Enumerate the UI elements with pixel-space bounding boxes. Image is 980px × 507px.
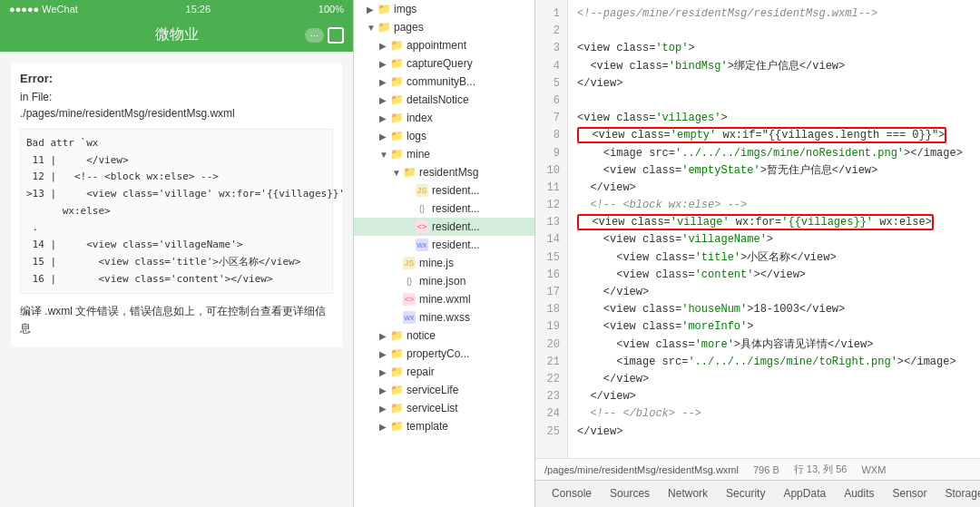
folder-icon-residentMsg: 📁: [403, 166, 416, 179]
code-line-14: <view class='villageName'>: [577, 231, 971, 249]
devtools-tab-security[interactable]: Security: [717, 483, 774, 505]
code-area: 1234567891011121314151617181920212223242…: [535, 0, 980, 458]
tree-label-mine_js: mine.js: [419, 257, 454, 269]
devtools-tab-network[interactable]: Network: [659, 483, 717, 505]
folder-icon-serviceLife: 📁: [390, 384, 403, 396]
tree-arrow-captureQuery: ▶: [379, 59, 388, 69]
code-line-12: <!-- <block wx:else> -->: [577, 197, 971, 214]
camera-icon[interactable]: [328, 27, 344, 44]
tree-item-resident_wxml[interactable]: <>resident...: [354, 218, 534, 236]
json-icon-mine_json: {}: [403, 275, 416, 288]
folder-icon-propertyCo: 📁: [390, 347, 403, 360]
code-line-1: <!--pages/mine/residentMsg/residentMsg.w…: [577, 5, 971, 23]
tree-item-resident_wxss[interactable]: wxresident...: [354, 236, 534, 254]
tree-item-mine_js[interactable]: JSmine.js: [354, 254, 534, 272]
tree-item-repair[interactable]: ▶📁repair: [354, 363, 534, 381]
line-num-2: 2: [543, 23, 560, 40]
line-num-4: 4: [543, 58, 560, 75]
tree-label-residentMsg: residentMsg: [419, 166, 478, 179]
wxml-icon-mine_wxml: <>: [403, 293, 416, 306]
line-num-20: 20: [543, 336, 560, 354]
tree-label-serviceList: serviceList: [407, 402, 458, 414]
devtools-tab-sensor[interactable]: Sensor: [884, 483, 936, 505]
tree-item-mine[interactable]: ▼📁mine: [354, 145, 534, 163]
code-line-4: <view class='bindMsg'>绑定住户信息</view>: [577, 58, 971, 75]
folder-icon-imgs: 📁: [377, 3, 390, 15]
tree-item-logs[interactable]: ▶📁logs: [354, 127, 534, 145]
tree-item-template[interactable]: ▶📁template: [354, 417, 534, 435]
code-panel: 1234567891011121314151617181920212223242…: [535, 0, 980, 507]
tree-item-resident_js[interactable]: JSresident...: [354, 181, 534, 200]
tree-item-residentMsg[interactable]: ▼📁residentMsg: [354, 163, 534, 181]
tree-label-appointment: appointment: [407, 39, 466, 52]
line-num-23: 23: [543, 388, 560, 405]
tree-item-resident_json[interactable]: {}resident...: [354, 200, 534, 218]
tree-label-index: index: [407, 112, 433, 124]
tree-arrow-imgs: ▶: [367, 5, 376, 15]
phone-time: 15:26: [186, 4, 211, 15]
phone-header-actions[interactable]: ···: [305, 27, 344, 44]
tree-label-mine_wxml: mine.wxml: [419, 293, 471, 306]
devtools-tab-appdata[interactable]: AppData: [774, 483, 835, 505]
folder-icon-template: 📁: [390, 420, 403, 433]
line-num-12: 12: [543, 197, 560, 214]
line-numbers: 1234567891011121314151617181920212223242…: [535, 0, 568, 458]
tree-label-captureQuery: captureQuery: [407, 57, 473, 70]
folder-icon-pages: 📁: [377, 21, 390, 34]
tree-item-communityB[interactable]: ▶📁communityB...: [354, 73, 534, 91]
error-code: Bad attr `wx 11 | </view> 12 | <!-- <blo…: [20, 129, 333, 294]
tree-label-mine_json: mine.json: [419, 275, 466, 288]
wxss-icon-resident_wxss: wx: [416, 239, 428, 251]
tree-item-imgs[interactable]: ▶📁imgs: [354, 0, 534, 18]
line-num-9: 9: [543, 145, 560, 162]
phone-content: Error: in File: ./pages/mine/residentMsg…: [0, 52, 353, 507]
tree-item-detailsNotice[interactable]: ▶📁detailsNotice: [354, 91, 534, 109]
devtools-tab-console[interactable]: Console: [543, 483, 601, 505]
folder-icon-mine: 📁: [390, 148, 403, 161]
tree-item-serviceLife[interactable]: ▶📁serviceLife: [354, 381, 534, 399]
tree-item-captureQuery[interactable]: ▶📁captureQuery: [354, 54, 534, 73]
code-line-17: </view>: [577, 284, 971, 301]
code-line-25: </view>: [577, 424, 971, 441]
devtools-tab-sources[interactable]: Sources: [601, 483, 659, 505]
phone-panel: ●●●●● WeChat 15:26 100% 微物业 ··· Error: i…: [0, 0, 354, 507]
folder-icon-notice: 📁: [390, 329, 403, 342]
code-line-22: </view>: [577, 371, 971, 388]
tree-label-resident_json: resident...: [432, 202, 480, 215]
phone-header: 微物业 ···: [0, 18, 353, 52]
line-num-24: 24: [543, 405, 560, 423]
menu-dots[interactable]: ···: [305, 28, 324, 43]
tree-item-mine_wxss[interactable]: wxmine.wxss: [354, 308, 534, 327]
line-num-16: 16: [543, 267, 560, 284]
code-line-18: <view class='houseNum'>18-1003</view>: [577, 301, 971, 318]
folder-icon-detailsNotice: 📁: [390, 93, 403, 106]
devtools-tab-storage[interactable]: Storage: [936, 483, 980, 505]
tree-label-resident_wxml: resident...: [432, 220, 480, 233]
tree-arrow-mine: ▼: [379, 150, 388, 160]
devtools-tab-audits[interactable]: Audits: [835, 483, 883, 505]
line-num-1: 1: [543, 5, 560, 23]
line-num-21: 21: [543, 354, 560, 371]
folder-icon-repair: 📁: [390, 366, 403, 378]
tree-item-propertyCo[interactable]: ▶📁propertyCo...: [354, 345, 534, 363]
tree-arrow-propertyCo: ▶: [379, 349, 388, 359]
tree-item-index[interactable]: ▶📁index: [354, 109, 534, 127]
tree-item-mine_json[interactable]: {}mine.json: [354, 272, 534, 290]
line-num-25: 25: [543, 424, 560, 441]
tree-item-notice[interactable]: ▶📁notice: [354, 327, 534, 345]
tree-label-notice: notice: [407, 329, 436, 342]
tree-item-appointment[interactable]: ▶📁appointment: [354, 36, 534, 54]
tree-arrow-template: ▶: [379, 422, 388, 432]
tree-item-pages[interactable]: ▼📁pages: [354, 18, 534, 36]
tree-label-propertyCo: propertyCo...: [407, 347, 469, 360]
line-num-6: 6: [543, 93, 560, 110]
tree-item-serviceList[interactable]: ▶📁serviceList: [354, 399, 534, 417]
tree-label-logs: logs: [407, 130, 426, 142]
js-icon-resident_js: JS: [416, 184, 428, 197]
status-position: 行 13, 列 56: [794, 463, 848, 476]
code-content[interactable]: <!--pages/mine/residentMsg/residentMsg.w…: [568, 0, 980, 458]
line-num-14: 14: [543, 231, 560, 249]
tree-item-mine_wxml[interactable]: <>mine.wxml: [354, 290, 534, 308]
tree-arrow-notice: ▶: [379, 331, 388, 341]
status-bar: /pages/mine/residentMsg/residentMsg.wxml…: [535, 458, 980, 480]
